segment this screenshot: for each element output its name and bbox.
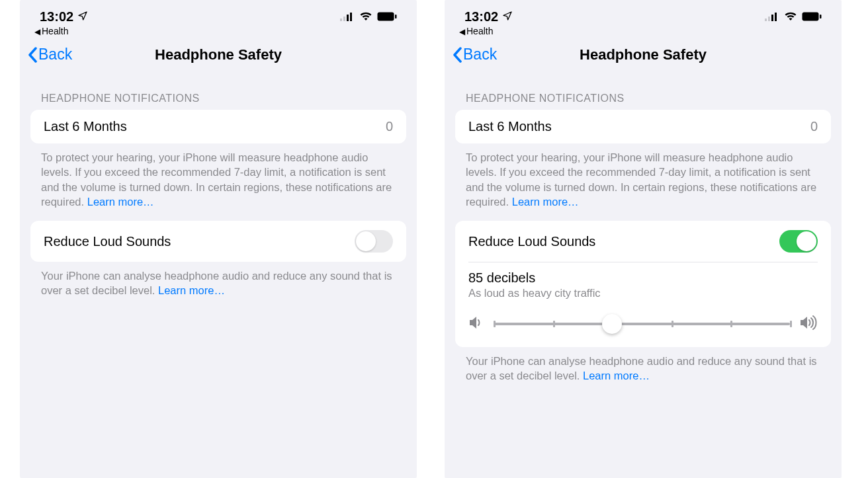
last-6-months-row[interactable]: Last 6 Months 0 (30, 110, 406, 143)
chevron-left-icon (28, 47, 37, 63)
location-arrow-icon (77, 9, 88, 24)
breadcrumb-caret-icon: ◀︎ (459, 27, 465, 36)
svg-rect-5 (395, 15, 397, 19)
reduce-loud-footer: Your iPhone can analyse headphone audio … (20, 262, 417, 298)
notifications-group: Last 6 Months 0 (30, 110, 406, 143)
decibel-block: 85 decibels As loud as heavy city traffi… (455, 262, 831, 347)
section-header-notifications: HEADPHONE NOTIFICATIONS (20, 73, 417, 110)
reduce-loud-sounds-row: Reduce Loud Sounds (455, 221, 831, 262)
slider-thumb[interactable] (602, 314, 622, 334)
last-6-months-row[interactable]: Last 6 Months 0 (455, 110, 831, 143)
page-title: Headphone Safety (20, 46, 417, 63)
row-label: Last 6 Months (44, 119, 127, 134)
row-label: Reduce Loud Sounds (44, 234, 171, 249)
nav-header: Back Headphone Safety (445, 40, 842, 73)
learn-more-link[interactable]: Learn more… (87, 196, 154, 208)
notifications-footer: To protect your hearing, your iPhone wil… (445, 143, 842, 209)
section-header-notifications: HEADPHONE NOTIFICATIONS (445, 73, 842, 110)
toggle-knob (356, 231, 376, 251)
svg-rect-8 (771, 15, 773, 21)
svg-rect-10 (803, 13, 819, 21)
svg-rect-0 (340, 19, 342, 21)
svg-rect-2 (347, 15, 349, 21)
row-value: 0 (386, 119, 393, 134)
reduce-loud-sounds-toggle[interactable] (779, 230, 818, 253)
back-button[interactable]: Back (28, 46, 72, 63)
status-bar: 13:02 (445, 0, 842, 26)
row-label: Last 6 Months (468, 119, 552, 134)
wifi-icon (784, 9, 797, 24)
back-label: Back (463, 46, 497, 63)
notifications-group: Last 6 Months 0 (455, 110, 831, 143)
reduce-loud-sounds-row: Reduce Loud Sounds (30, 221, 406, 262)
reduce-loud-footer: Your iPhone can analyse headphone audio … (445, 347, 842, 383)
status-time: 13:02 (40, 9, 73, 24)
cellular-signal-icon (765, 9, 779, 24)
svg-rect-6 (765, 19, 767, 21)
row-value: 0 (810, 119, 818, 134)
chevron-left-icon (453, 47, 462, 63)
status-bar: 13:02 (20, 0, 417, 26)
cellular-signal-icon (340, 9, 355, 24)
svg-rect-9 (775, 13, 777, 21)
page-title: Headphone Safety (445, 46, 842, 63)
breadcrumb-label: Health (466, 26, 493, 36)
phone-left: 13:02 ◀︎Health Back Headphone Safe (20, 0, 417, 478)
reduce-loud-sounds-group: Reduce Loud Sounds (30, 221, 406, 262)
breadcrumb-caret-icon: ◀︎ (34, 27, 40, 36)
back-button[interactable]: Back (453, 46, 497, 63)
speaker-high-icon (799, 315, 818, 333)
battery-icon (802, 9, 822, 24)
svg-rect-4 (378, 13, 394, 21)
svg-rect-1 (343, 17, 345, 21)
breadcrumb[interactable]: ◀︎Health (20, 26, 417, 40)
notifications-footer: To protect your hearing, your iPhone wil… (20, 143, 417, 209)
svg-rect-7 (768, 17, 770, 21)
reduce-loud-sounds-group: Reduce Loud Sounds 85 decibels As loud a… (455, 221, 831, 347)
decibel-description: As loud as heavy city traffic (468, 287, 818, 299)
decibel-value: 85 decibels (468, 270, 818, 286)
learn-more-link[interactable]: Learn more… (583, 370, 650, 381)
learn-more-link[interactable]: Learn more… (158, 284, 225, 296)
battery-icon (377, 9, 397, 24)
breadcrumb[interactable]: ◀︎Health (445, 26, 842, 40)
wifi-icon (359, 9, 372, 24)
speaker-low-icon (468, 315, 484, 333)
row-label: Reduce Loud Sounds (468, 234, 595, 249)
reduce-loud-sounds-toggle[interactable] (355, 230, 393, 253)
location-arrow-icon (502, 9, 513, 24)
back-label: Back (38, 46, 72, 63)
phone-right: 13:02 ◀︎Health Back Headphone Safe (445, 0, 842, 478)
breadcrumb-label: Health (42, 26, 68, 36)
svg-rect-3 (350, 13, 352, 21)
learn-more-link[interactable]: Learn more… (512, 196, 579, 208)
nav-header: Back Headphone Safety (20, 40, 417, 73)
decibel-slider-row (468, 315, 818, 333)
svg-rect-11 (820, 15, 822, 19)
decibel-slider[interactable] (494, 323, 790, 325)
status-time: 13:02 (464, 9, 498, 24)
toggle-knob (797, 231, 816, 251)
